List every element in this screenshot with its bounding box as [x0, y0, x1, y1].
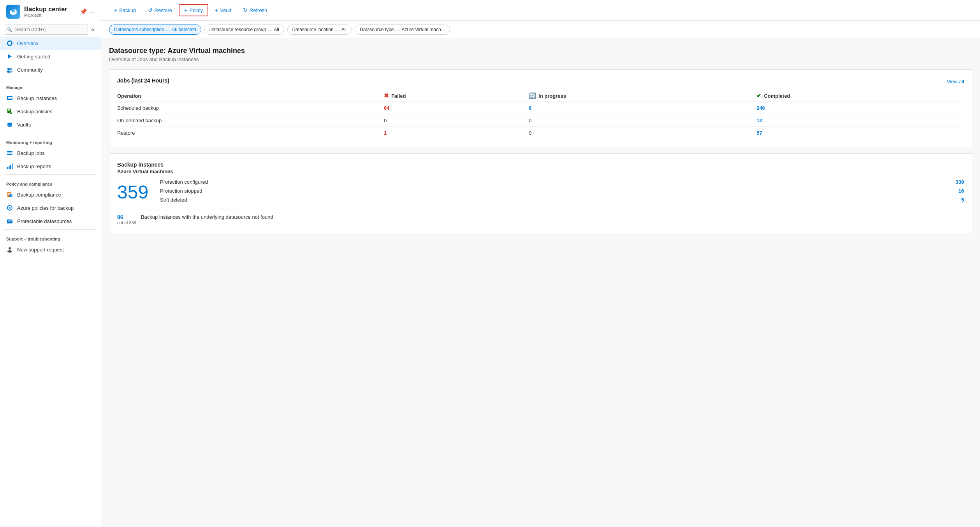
- backup-instances-card-title: Backup instances: [117, 162, 964, 168]
- failed-status-icon: ✖: [384, 92, 389, 99]
- filter-bar: Datasource subscription == 66 selected D…: [101, 21, 980, 39]
- vault-button[interactable]: + Vault: [210, 4, 236, 16]
- backup-reports-icon: [6, 163, 13, 170]
- jobs-table: Operation ✖ Failed 🔄 In progress: [117, 90, 964, 139]
- search-input[interactable]: [5, 25, 88, 35]
- svg-rect-31: [8, 193, 11, 193]
- backup-instances-footer-num-block: 86 out of 359: [117, 214, 136, 225]
- sidebar-item-getting-started[interactable]: Getting started: [0, 50, 101, 63]
- sidebar-item-label-community: Community: [17, 67, 43, 73]
- sidebar-item-new-support[interactable]: New support request: [0, 243, 101, 256]
- filter-resource-group[interactable]: Datasource resource group == All: [204, 25, 284, 35]
- sidebar-item-label-protectable-datasources: Protectable datasources: [17, 218, 72, 224]
- sidebar-item-community[interactable]: Community: [0, 63, 101, 76]
- jobs-view-all-link[interactable]: View all: [947, 79, 964, 84]
- sidebar-item-vaults[interactable]: Vaults: [0, 118, 101, 131]
- jobs-cell-inprogress[interactable]: 8: [529, 102, 757, 114]
- stat-value[interactable]: 5: [948, 197, 964, 203]
- jobs-card-title: Jobs (last 24 Hours): [117, 77, 169, 84]
- list-item: Protection stopped 16: [160, 188, 964, 194]
- overview-icon: [6, 40, 13, 47]
- svg-rect-29: [12, 163, 13, 169]
- list-item: Soft deleted 5: [160, 197, 964, 203]
- filter-subscription[interactable]: Datasource subscription == 66 selected: [109, 25, 201, 35]
- community-icon: [6, 66, 13, 73]
- backup-instances-footer-sub: out of 359: [117, 220, 136, 225]
- sidebar-item-protectable-datasources[interactable]: Protectable datasources: [0, 214, 101, 228]
- sidebar-item-label-backup-instances: Backup instances: [17, 95, 57, 101]
- backup-jobs-icon: [6, 149, 13, 156]
- filter-type[interactable]: Datasource type == Azure Virtual mach...: [355, 25, 450, 35]
- backup-button[interactable]: + Backup: [109, 4, 141, 16]
- svg-marker-6: [8, 54, 12, 59]
- jobs-cell-failed[interactable]: 0: [384, 114, 529, 127]
- jobs-cell-inprogress[interactable]: 0: [529, 127, 757, 139]
- jobs-cell-operation: Restore: [117, 127, 384, 139]
- sidebar-item-label-new-support: New support request: [17, 247, 64, 253]
- sidebar-item-overview[interactable]: Overview: [0, 37, 101, 50]
- refresh-button-label: Refresh: [250, 7, 267, 13]
- sidebar-item-label-vaults: Vaults: [17, 122, 31, 128]
- sidebar-item-backup-policies[interactable]: Backup policies: [0, 105, 101, 118]
- sidebar-item-label-getting-started: Getting started: [17, 54, 50, 60]
- pin-icon[interactable]: 📌: [80, 8, 87, 15]
- jobs-cell-failed[interactable]: 64: [384, 102, 529, 114]
- sidebar-item-backup-compliance[interactable]: ✓ Backup compliance: [0, 188, 101, 201]
- protectable-datasources-icon: [6, 218, 13, 225]
- jobs-col-inprogress: 🔄 In progress: [529, 90, 757, 102]
- jobs-cell-failed[interactable]: 1: [384, 127, 529, 139]
- manage-section-label: Manage: [0, 80, 101, 91]
- jobs-cell-inprogress[interactable]: 0: [529, 114, 757, 127]
- policy-divider: [5, 174, 96, 175]
- filter-location[interactable]: Datasource location == All: [287, 25, 352, 35]
- backup-instances-layout: 359 Protection configured 338 Protection…: [117, 179, 964, 203]
- backup-instances-card: Backup instances Azure Virtual machines …: [109, 153, 972, 233]
- vault-button-label: Vault: [220, 7, 231, 13]
- svg-rect-17: [8, 111, 9, 111]
- stat-label: Soft deleted: [160, 197, 187, 203]
- backup-plus-icon: +: [114, 7, 117, 13]
- svg-rect-24: [7, 153, 12, 153]
- svg-point-37: [9, 207, 11, 209]
- svg-point-8: [10, 68, 12, 70]
- filter-location-label: Datasource location == All: [292, 27, 347, 32]
- backup-instances-stats: Protection configured 338 Protection sto…: [160, 179, 964, 203]
- jobs-cell-completed[interactable]: 12: [757, 114, 964, 127]
- sidebar-item-backup-instances[interactable]: Backup instances: [0, 91, 101, 105]
- svg-rect-23: [7, 151, 12, 152]
- stat-label: Protection configured: [160, 179, 208, 185]
- backup-button-label: Backup: [119, 7, 136, 13]
- app-logo: [6, 5, 20, 19]
- stat-value[interactable]: 16: [948, 188, 964, 194]
- sidebar-item-label-azure-policies: Azure policies for backup: [17, 205, 74, 211]
- svg-point-10: [9, 70, 13, 73]
- filter-type-label: Datasource type == Azure Virtual mach...: [360, 27, 445, 32]
- svg-rect-32: [8, 193, 11, 194]
- jobs-col-completed-label: Completed: [764, 93, 790, 99]
- jobs-cell-completed[interactable]: 57: [757, 127, 964, 139]
- jobs-card: Jobs (last 24 Hours) View all Operation …: [109, 69, 972, 147]
- filter-resource-group-label: Datasource resource group == All: [209, 27, 279, 32]
- sidebar-header-actions: 📌 ···: [80, 8, 95, 15]
- jobs-cell-completed[interactable]: 246: [757, 102, 964, 114]
- backup-instances-footer-num[interactable]: 86: [117, 214, 136, 220]
- backup-instances-footer-text: Backup instances with the underlying dat…: [141, 214, 964, 220]
- restore-button[interactable]: ↺ Restore: [143, 4, 178, 16]
- page-subtitle: Overview of Jobs and Backup instances: [109, 56, 972, 62]
- collapse-sidebar-button[interactable]: «: [88, 25, 98, 35]
- stat-value[interactable]: 338: [948, 179, 964, 185]
- support-section-label: Support + troubleshooting: [0, 231, 101, 243]
- sidebar: Backup center Microsoft 📌 ··· « Overview…: [0, 0, 101, 527]
- svg-text:✓: ✓: [10, 195, 12, 197]
- backup-instances-total[interactable]: 359: [117, 183, 148, 202]
- backup-compliance-icon: ✓: [6, 191, 13, 198]
- policy-plus-icon: +: [184, 7, 187, 13]
- sidebar-item-azure-policies[interactable]: Azure policies for backup: [0, 201, 101, 214]
- sidebar-item-backup-reports[interactable]: Backup reports: [0, 160, 101, 173]
- more-icon[interactable]: ···: [90, 8, 95, 15]
- toolbar: + Backup ↺ Restore + Policy + Vault ↻ Re…: [101, 0, 980, 21]
- sidebar-item-backup-jobs[interactable]: Backup jobs: [0, 146, 101, 160]
- svg-point-42: [9, 247, 11, 249]
- refresh-button[interactable]: ↻ Refresh: [238, 4, 273, 16]
- policy-button[interactable]: + Policy: [179, 4, 208, 16]
